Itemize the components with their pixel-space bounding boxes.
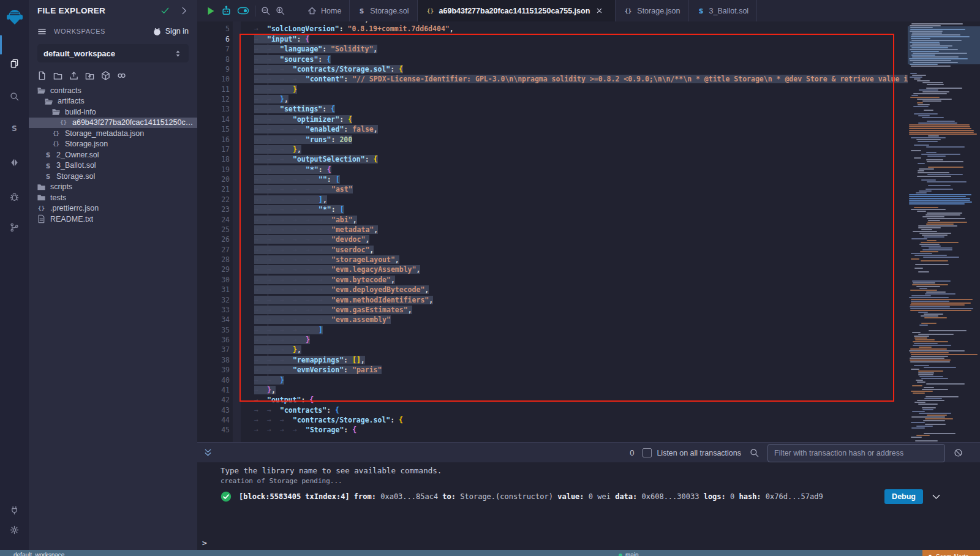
zoom-out-icon[interactable] xyxy=(261,6,270,15)
file-explorer-header: FILE EXPLORER xyxy=(29,0,197,21)
line-number: 23 xyxy=(197,205,230,214)
line-number: 16 xyxy=(197,135,230,145)
code-line-28: 28→→→→→→"storageLayout", xyxy=(197,255,908,265)
rail-deploy-run-icon[interactable] xyxy=(0,152,29,173)
code-line-31: 31→→→→→→"evm.deployedBytecode", xyxy=(197,285,908,295)
rail-plugin-manager-icon[interactable] xyxy=(0,500,29,520)
tree-item-scripts[interactable]: scripts xyxy=(29,182,197,193)
green-status-dot xyxy=(619,554,622,556)
svg-text:S: S xyxy=(698,7,703,15)
tab-storage-sol[interactable]: SStorage.sol xyxy=(350,0,417,21)
tree-item-contracts[interactable]: contracts xyxy=(29,85,197,96)
listen-all-transactions-label: Listen on all transactions xyxy=(657,449,741,457)
sol-icon: S xyxy=(44,151,52,159)
code-line-37: 37→→→}, xyxy=(197,345,908,355)
line-number: 31 xyxy=(197,285,230,295)
tree-item--prettierrc-json[interactable]: {}.prettierrc.json xyxy=(29,203,197,214)
tree-item-a69b43f277ba20fcac141151250ca7-[interactable]: {}a69b43f277ba20fcac141151250ca7... xyxy=(29,118,197,129)
upload-folder-icon[interactable] xyxy=(85,71,94,80)
zoom-in-icon[interactable] xyxy=(276,6,285,15)
link-icon[interactable] xyxy=(117,71,126,80)
line-number: 41 xyxy=(197,385,230,395)
tree-item-2-owner-sol[interactable]: S2_Owner.sol xyxy=(29,149,197,160)
new-file-icon[interactable] xyxy=(37,71,47,80)
tree-item-label: a69b43f277ba20fcac141151250ca7... xyxy=(72,118,197,127)
sign-in-button[interactable]: Sign in xyxy=(153,27,189,36)
rail-debugger-icon[interactable] xyxy=(0,186,29,207)
line-number: 42 xyxy=(197,395,230,405)
line-number: 36 xyxy=(197,335,230,345)
line-number: 26 xyxy=(197,235,230,244)
sol-icon: S xyxy=(44,162,52,170)
workspace-select[interactable]: default_workspace xyxy=(37,44,189,62)
tab-storage-json[interactable]: {}Storage.json xyxy=(616,0,688,21)
tree-item-storage-sol[interactable]: SStorage.sol xyxy=(29,171,197,182)
code-editor[interactable]: 4→"solcVersion": "0.8.19",5→"solcLongVer… xyxy=(197,21,980,442)
minimap-viewport[interactable] xyxy=(908,26,980,64)
line-number: 33 xyxy=(197,305,230,315)
minimap[interactable] xyxy=(908,21,980,442)
tab-a69b43f277ba20fcac141151250ca755-json[interactable]: {}a69b43f277ba20fcac141151250ca755.json xyxy=(418,0,616,21)
close-tab-icon[interactable] xyxy=(596,7,603,14)
tree-item-artifacts[interactable]: artifacts xyxy=(29,96,197,107)
tree-item-tests[interactable]: tests xyxy=(29,192,197,203)
tab-label: Storage.sol xyxy=(370,7,409,15)
tab-3-ballot-sol[interactable]: S3_Ballot.sol xyxy=(689,0,758,21)
line-number: 28 xyxy=(197,255,230,265)
robot-icon[interactable] xyxy=(221,6,232,16)
upload-file-icon[interactable] xyxy=(69,71,78,80)
new-folder-icon[interactable] xyxy=(53,71,62,80)
github-icon xyxy=(153,27,162,36)
code-line-25: 25→→→→→→"metadata", xyxy=(197,225,908,235)
cube-icon[interactable] xyxy=(101,71,110,80)
tree-item-label: 2_Owner.sol xyxy=(56,151,99,159)
rail-settings-icon[interactable] xyxy=(0,519,29,540)
svg-text:{}: {} xyxy=(427,7,434,14)
clear-console-icon[interactable] xyxy=(954,448,963,457)
scam-alerts-badge[interactable]: Scam Alerts xyxy=(922,550,980,556)
play-icon[interactable] xyxy=(206,6,216,16)
line-number: 38 xyxy=(197,355,230,365)
rail-solidity-compiler-icon[interactable]: S xyxy=(0,118,29,138)
rail-remix-logo-icon[interactable] xyxy=(0,5,29,29)
line-number: 5 xyxy=(197,24,230,34)
line-number: 45 xyxy=(197,425,230,435)
tree-item-build-info[interactable]: build-info xyxy=(29,107,197,118)
code-line-44: 44→→→"contracts/Storage.sol": { xyxy=(197,415,908,425)
json-icon: {} xyxy=(624,7,633,15)
tree-item-readme-txt[interactable]: README.txt xyxy=(29,214,197,225)
chevron-right-icon[interactable] xyxy=(179,6,189,15)
toggle-icon[interactable] xyxy=(237,6,249,15)
line-number: 10 xyxy=(197,74,230,84)
line-number: 11 xyxy=(197,85,230,94)
tab-home[interactable]: Home xyxy=(300,0,350,21)
expand-terminal-icon[interactable] xyxy=(203,448,213,457)
rail-git-icon[interactable] xyxy=(0,217,29,238)
transaction-log-text: [block:5583405 txIndex:4] from: 0xa03...… xyxy=(239,492,823,501)
transaction-log-row[interactable]: [block:5583405 txIndex:4] from: 0xa03...… xyxy=(221,488,941,505)
folder-icon xyxy=(37,182,46,192)
expand-transaction-icon[interactable] xyxy=(932,492,941,502)
folder-open-icon xyxy=(44,97,53,106)
tree-item-storage-metadata-json[interactable]: {}Storage_metadata.json xyxy=(29,128,197,139)
search-icon[interactable] xyxy=(750,448,759,457)
terminal-prompt[interactable]: > xyxy=(202,538,207,547)
tree-item-label: README.txt xyxy=(50,215,93,224)
tree-item-storage-json[interactable]: {}Storage.json xyxy=(29,139,197,150)
debug-button[interactable]: Debug xyxy=(884,489,923,504)
main-area: HomeSStorage.sol{}a69b43f277ba20fcac1411… xyxy=(197,0,980,550)
json-icon: {} xyxy=(51,130,61,137)
rail-file-explorer-icon[interactable] xyxy=(0,53,29,73)
line-number: 17 xyxy=(197,145,230,154)
code-line-13: 13→→"settings": { xyxy=(197,104,908,114)
workspaces-row: WORKSPACES Sign in xyxy=(29,23,197,39)
home-icon xyxy=(307,6,317,15)
listen-all-transactions-checkbox[interactable] xyxy=(643,448,652,457)
line-number: 44 xyxy=(197,415,230,425)
tree-item-3-ballot-sol[interactable]: S3_Ballot.sol xyxy=(29,160,197,171)
terminal[interactable]: Type the library name to see available c… xyxy=(197,462,980,550)
hamburger-menu-icon[interactable] xyxy=(37,27,47,36)
line-number: 34 xyxy=(197,315,230,325)
transaction-filter-input[interactable] xyxy=(767,444,945,462)
rail-search-icon[interactable] xyxy=(0,86,29,107)
